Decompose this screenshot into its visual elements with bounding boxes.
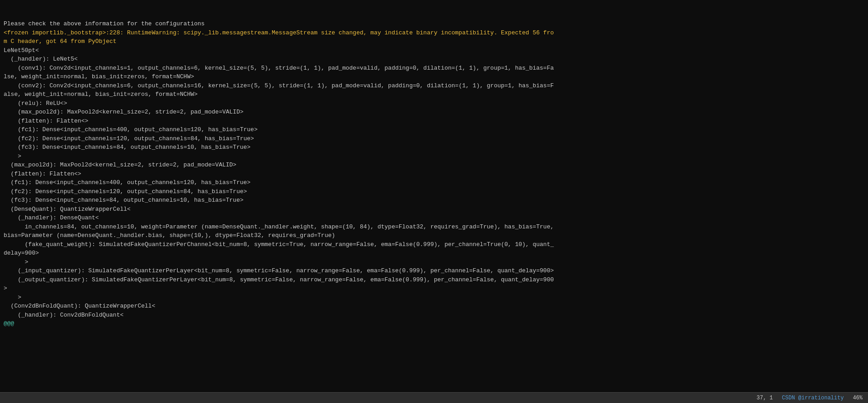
terminal-line: in_channels=84, out_channels=10, weight=… [4,223,864,232]
terminal: Please check the above information for t… [0,0,868,392]
brand-label: CSDN @irrationality [782,395,844,401]
terminal-line: (max_pool2d): MaxPool2d<kernel_size=2, s… [4,108,864,117]
terminal-line: (fake_quant_weight): SimulatedFakeQuanti… [4,240,864,249]
terminal-line: (fc3): Dense<input_channels=84, output_c… [4,196,864,205]
terminal-line: (flatten): Flatten<> [4,117,864,126]
terminal-line: (_handler): LeNet5< [4,55,864,64]
terminal-line: (fc1): Dense<input_channels=400, output_… [4,178,864,187]
terminal-line: > [4,293,864,302]
terminal-line: lse, weight_init=normal, bias_init=zeros… [4,72,864,81]
terminal-line: (Conv2dBnFoldQuant): QuantizeWrapperCell… [4,302,864,311]
terminal-line: (_output_quantizer): SimulatedFakeQuanti… [4,275,864,284]
terminal-line: > [4,284,864,293]
status-bar: 37, 1 CSDN @irrationality 46% [0,392,868,403]
zoom-level: 46% [853,395,863,401]
terminal-line: > [4,258,864,267]
terminal-line: (fc3): Dense<input_channels=84, output_c… [4,143,864,152]
terminal-line: (relu): ReLU<> [4,99,864,108]
terminal-line: bias=Parameter (name=DenseQuant._handler… [4,231,864,240]
terminal-line: m C header, got 64 from PyObject [4,37,864,46]
terminal-line: (fc1): Dense<input_channels=400, output_… [4,125,864,134]
terminal-line: (max_pool2d): MaxPool2d<kernel_size=2, s… [4,161,864,170]
cursor-position: 37, 1 [757,395,773,401]
terminal-line: (_input_quantizer): SimulatedFakeQuantiz… [4,266,864,275]
terminal-line: <frozen importlib._bootstrap>:228: Runti… [4,28,864,38]
terminal-line: @@@ [4,319,864,328]
terminal-line: (conv2): Conv2d<input_channels=6, output… [4,81,864,90]
terminal-line: alse, weight_init=normal, bias_init=zero… [4,90,864,99]
terminal-line: (_handler): Conv2dBnFoldQuant< [4,311,864,320]
terminal-line: (DenseQuant): QuantizeWrapperCell< [4,205,864,214]
terminal-line: (fc2): Dense<input_channels=120, output_… [4,134,864,143]
terminal-line: (_handler): DenseQuant< [4,213,864,223]
terminal-line: (fc2): Dense<input_channels=120, output_… [4,187,864,196]
terminal-line: LeNet50pt< [4,46,864,55]
terminal-line: (conv1): Conv2d<input_channels=1, output… [4,64,864,73]
terminal-content: Please check the above information for t… [4,2,864,328]
terminal-line: > [4,152,864,161]
terminal-line: Please check the above information for t… [4,19,864,28]
terminal-line: delay=900> [4,249,864,258]
terminal-line: (flatten): Flatten<> [4,170,864,179]
